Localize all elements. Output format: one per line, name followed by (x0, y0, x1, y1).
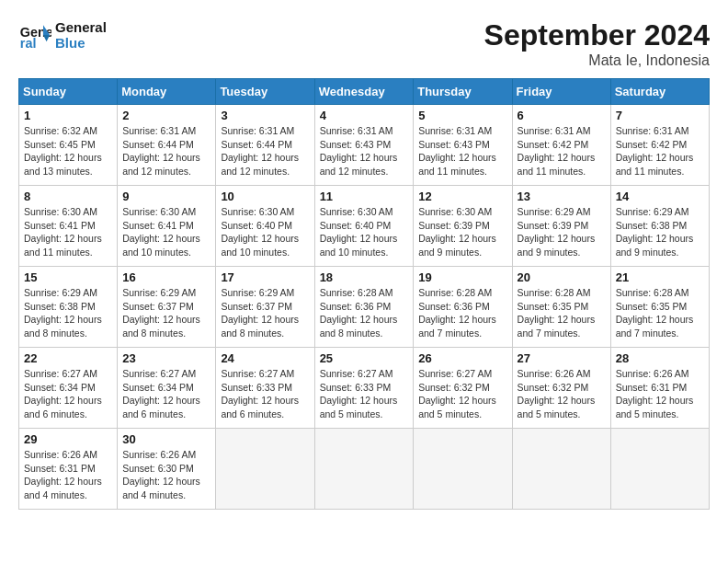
week-row-3: 15Sunrise: 6:29 AM Sunset: 6:38 PM Dayli… (19, 267, 710, 348)
day-info: Sunrise: 6:27 AM Sunset: 6:34 PM Dayligh… (24, 367, 112, 421)
day-number: 2 (122, 109, 210, 122)
day-number: 13 (518, 190, 606, 203)
day-number: 7 (616, 109, 704, 122)
day-info: Sunrise: 6:31 AM Sunset: 6:44 PM Dayligh… (122, 124, 210, 178)
header-row: SundayMondayTuesdayWednesdayThursdayFrid… (19, 79, 710, 105)
header-thursday: Thursday (414, 79, 512, 105)
calendar-cell: 6Sunrise: 6:31 AM Sunset: 6:42 PM Daylig… (512, 105, 610, 186)
calendar-cell: 17Sunrise: 6:29 AM Sunset: 6:37 PM Dayli… (216, 267, 314, 348)
day-number: 3 (221, 109, 309, 122)
day-number: 24 (221, 351, 309, 365)
day-info: Sunrise: 6:31 AM Sunset: 6:42 PM Dayligh… (616, 124, 704, 178)
day-number: 11 (320, 190, 409, 203)
calendar-cell: 1Sunrise: 6:32 AM Sunset: 6:45 PM Daylig… (19, 105, 118, 186)
calendar-cell (610, 429, 709, 510)
calendar-cell: 22Sunrise: 6:27 AM Sunset: 6:34 PM Dayli… (19, 348, 118, 429)
day-info: Sunrise: 6:29 AM Sunset: 6:37 PM Dayligh… (221, 286, 309, 340)
logo: Gene ral General Blue (18, 18, 107, 52)
day-info: Sunrise: 6:30 AM Sunset: 6:41 PM Dayligh… (24, 205, 112, 259)
day-info: Sunrise: 6:27 AM Sunset: 6:33 PM Dayligh… (320, 367, 409, 421)
day-info: Sunrise: 6:29 AM Sunset: 6:38 PM Dayligh… (24, 286, 112, 340)
calendar-cell: 23Sunrise: 6:27 AM Sunset: 6:34 PM Dayli… (118, 348, 216, 429)
day-info: Sunrise: 6:28 AM Sunset: 6:36 PM Dayligh… (418, 286, 506, 340)
calendar-cell: 3Sunrise: 6:31 AM Sunset: 6:44 PM Daylig… (216, 105, 314, 186)
calendar-cell: 5Sunrise: 6:31 AM Sunset: 6:43 PM Daylig… (414, 105, 512, 186)
header-saturday: Saturday (610, 79, 709, 105)
day-number: 16 (122, 270, 210, 284)
svg-text:ral: ral (20, 36, 37, 51)
logo-line1: General (55, 19, 107, 35)
day-number: 23 (122, 351, 210, 365)
day-number: 28 (616, 351, 704, 365)
calendar-cell: 8Sunrise: 6:30 AM Sunset: 6:41 PM Daylig… (19, 186, 118, 267)
day-info: Sunrise: 6:26 AM Sunset: 6:32 PM Dayligh… (518, 367, 606, 421)
calendar-cell (216, 429, 314, 510)
day-number: 6 (518, 109, 606, 122)
calendar-body: 1Sunrise: 6:32 AM Sunset: 6:45 PM Daylig… (19, 105, 710, 510)
calendar: SundayMondayTuesdayWednesdayThursdayFrid… (18, 78, 710, 510)
calendar-cell: 25Sunrise: 6:27 AM Sunset: 6:33 PM Dayli… (314, 348, 414, 429)
calendar-cell: 26Sunrise: 6:27 AM Sunset: 6:32 PM Dayli… (414, 348, 512, 429)
day-info: Sunrise: 6:30 AM Sunset: 6:40 PM Dayligh… (320, 205, 409, 259)
header-sunday: Sunday (19, 79, 118, 105)
calendar-cell: 20Sunrise: 6:28 AM Sunset: 6:35 PM Dayli… (512, 267, 610, 348)
calendar-cell: 12Sunrise: 6:30 AM Sunset: 6:39 PM Dayli… (414, 186, 512, 267)
day-info: Sunrise: 6:32 AM Sunset: 6:45 PM Dayligh… (24, 124, 112, 178)
day-info: Sunrise: 6:27 AM Sunset: 6:34 PM Dayligh… (122, 367, 210, 421)
day-number: 9 (122, 190, 210, 203)
day-info: Sunrise: 6:29 AM Sunset: 6:38 PM Dayligh… (616, 205, 704, 259)
week-row-4: 22Sunrise: 6:27 AM Sunset: 6:34 PM Dayli… (19, 348, 710, 429)
day-number: 17 (221, 270, 309, 284)
calendar-cell: 16Sunrise: 6:29 AM Sunset: 6:37 PM Dayli… (118, 267, 216, 348)
week-row-5: 29Sunrise: 6:26 AM Sunset: 6:31 PM Dayli… (19, 429, 710, 510)
day-info: Sunrise: 6:28 AM Sunset: 6:35 PM Dayligh… (518, 286, 606, 340)
header-wednesday: Wednesday (314, 79, 414, 105)
day-info: Sunrise: 6:31 AM Sunset: 6:44 PM Dayligh… (221, 124, 309, 178)
calendar-cell: 28Sunrise: 6:26 AM Sunset: 6:31 PM Dayli… (610, 348, 709, 429)
day-number: 1 (24, 109, 112, 122)
calendar-cell: 21Sunrise: 6:28 AM Sunset: 6:35 PM Dayli… (610, 267, 709, 348)
calendar-header: SundayMondayTuesdayWednesdayThursdayFrid… (19, 79, 710, 105)
day-number: 21 (616, 270, 704, 284)
calendar-cell: 29Sunrise: 6:26 AM Sunset: 6:31 PM Dayli… (19, 429, 118, 510)
day-number: 15 (24, 270, 112, 284)
day-number: 27 (518, 351, 606, 365)
calendar-cell: 27Sunrise: 6:26 AM Sunset: 6:32 PM Dayli… (512, 348, 610, 429)
day-info: Sunrise: 6:29 AM Sunset: 6:39 PM Dayligh… (518, 205, 606, 259)
calendar-cell: 2Sunrise: 6:31 AM Sunset: 6:44 PM Daylig… (118, 105, 216, 186)
calendar-cell (512, 429, 610, 510)
calendar-cell: 18Sunrise: 6:28 AM Sunset: 6:36 PM Dayli… (314, 267, 414, 348)
day-number: 5 (418, 109, 506, 122)
title-block: September 2024 Mata Ie, Indonesia (484, 18, 710, 69)
calendar-cell: 14Sunrise: 6:29 AM Sunset: 6:38 PM Dayli… (610, 186, 709, 267)
day-info: Sunrise: 6:28 AM Sunset: 6:35 PM Dayligh… (616, 286, 704, 340)
day-number: 8 (24, 190, 112, 203)
day-info: Sunrise: 6:30 AM Sunset: 6:41 PM Dayligh… (122, 205, 210, 259)
day-number: 25 (320, 351, 409, 365)
calendar-cell: 30Sunrise: 6:26 AM Sunset: 6:30 PM Dayli… (118, 429, 216, 510)
calendar-cell (314, 429, 414, 510)
calendar-cell: 9Sunrise: 6:30 AM Sunset: 6:41 PM Daylig… (118, 186, 216, 267)
day-info: Sunrise: 6:27 AM Sunset: 6:32 PM Dayligh… (418, 367, 506, 421)
calendar-cell: 13Sunrise: 6:29 AM Sunset: 6:39 PM Dayli… (512, 186, 610, 267)
calendar-cell: 19Sunrise: 6:28 AM Sunset: 6:36 PM Dayli… (414, 267, 512, 348)
week-row-1: 1Sunrise: 6:32 AM Sunset: 6:45 PM Daylig… (19, 105, 710, 186)
calendar-cell: 4Sunrise: 6:31 AM Sunset: 6:43 PM Daylig… (314, 105, 414, 186)
calendar-cell: 11Sunrise: 6:30 AM Sunset: 6:40 PM Dayli… (314, 186, 414, 267)
day-info: Sunrise: 6:30 AM Sunset: 6:40 PM Dayligh… (221, 205, 309, 259)
day-info: Sunrise: 6:31 AM Sunset: 6:43 PM Dayligh… (320, 124, 409, 178)
logo-icon: Gene ral (18, 18, 51, 52)
week-row-2: 8Sunrise: 6:30 AM Sunset: 6:41 PM Daylig… (19, 186, 710, 267)
location: Mata Ie, Indonesia (484, 52, 710, 69)
day-info: Sunrise: 6:30 AM Sunset: 6:39 PM Dayligh… (418, 205, 506, 259)
logo-line2: Blue (55, 35, 107, 51)
day-number: 10 (221, 190, 309, 203)
day-number: 14 (616, 190, 704, 203)
day-number: 30 (122, 432, 210, 446)
day-info: Sunrise: 6:26 AM Sunset: 6:30 PM Dayligh… (122, 448, 210, 502)
day-number: 18 (320, 270, 409, 284)
day-info: Sunrise: 6:28 AM Sunset: 6:36 PM Dayligh… (320, 286, 409, 340)
day-number: 19 (418, 270, 506, 284)
day-info: Sunrise: 6:31 AM Sunset: 6:43 PM Dayligh… (418, 124, 506, 178)
day-number: 22 (24, 351, 112, 365)
